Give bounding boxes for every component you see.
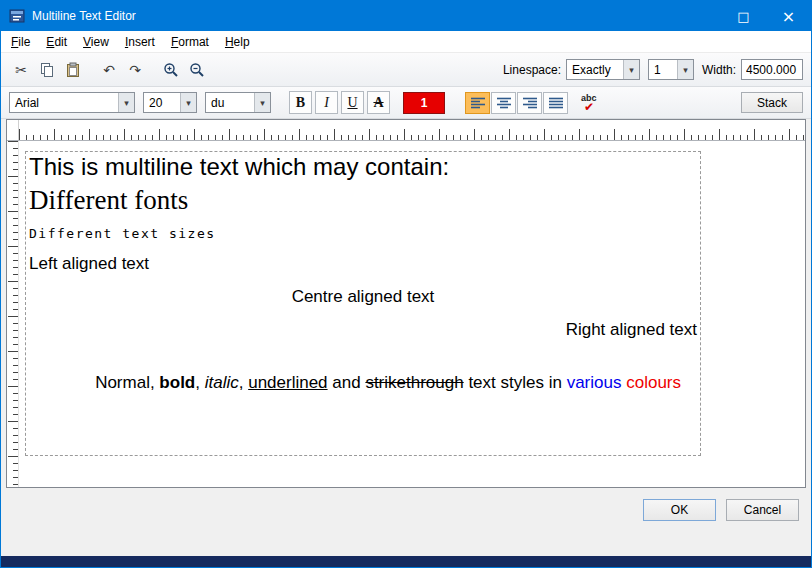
- width-label: Width:: [702, 63, 736, 77]
- text-colour-button[interactable]: 1: [403, 92, 445, 114]
- copy-icon: [39, 62, 55, 78]
- align-right-icon: [522, 96, 538, 110]
- text-line[interactable]: Different fonts: [29, 185, 697, 216]
- text-line[interactable]: Left aligned text: [29, 254, 697, 274]
- text-line[interactable]: Different text sizes: [29, 226, 697, 241]
- cut-icon: ✂: [15, 62, 27, 78]
- text-line[interactable]: Centre aligned text: [29, 287, 697, 307]
- chevron-down-icon[interactable]: ▾: [180, 93, 196, 112]
- menu-edit[interactable]: Edit: [38, 32, 75, 52]
- text-line[interactable]: This is multiline text which may contain…: [29, 153, 697, 181]
- text-canvas[interactable]: This is multiline text which may contain…: [19, 141, 805, 487]
- menu-bar: File Edit View Insert Format Help: [1, 31, 811, 53]
- spell-check-mark-icon: ✔: [584, 100, 594, 114]
- chevron-down-icon[interactable]: ▾: [623, 60, 639, 79]
- text-segment-italic: italic: [205, 373, 239, 392]
- text-segment-strikethrough: strikethrough: [365, 373, 463, 392]
- text-segment-blue: various: [567, 373, 622, 392]
- italic-button[interactable]: I: [315, 91, 338, 114]
- undo-icon: ↶: [103, 62, 115, 78]
- stack-button[interactable]: Stack: [741, 92, 803, 113]
- text-segment: text styles in: [464, 373, 567, 392]
- bold-button[interactable]: B: [289, 91, 312, 114]
- text-segment: Normal,: [95, 373, 159, 392]
- cancel-button[interactable]: Cancel: [726, 499, 799, 521]
- linespace-label: Linespace:: [503, 63, 561, 77]
- units-select[interactable]: du ▾: [205, 92, 271, 113]
- align-left-button[interactable]: [465, 92, 490, 114]
- underline-button[interactable]: U: [341, 91, 364, 114]
- align-justify-icon: [548, 96, 564, 110]
- ok-button[interactable]: OK: [643, 499, 716, 521]
- toolbar-formatting: Arial ▾ 20 ▾ du ▾ B I U A 1: [1, 87, 811, 119]
- chevron-down-icon[interactable]: ▾: [118, 93, 134, 112]
- menu-view[interactable]: View: [75, 32, 117, 52]
- maximize-button[interactable]: □: [721, 1, 766, 31]
- text-line-rich[interactable]: Normal, bold, italic, underlined and str…: [29, 353, 697, 413]
- app-icon: [9, 8, 25, 24]
- menu-insert[interactable]: Insert: [117, 32, 163, 52]
- chevron-down-icon[interactable]: ▾: [254, 93, 270, 112]
- units-value: du: [206, 96, 254, 110]
- editor-region: This is multiline text which may contain…: [1, 119, 811, 488]
- dialog-footer: OK Cancel: [1, 488, 811, 556]
- text-segment: ,: [239, 373, 248, 392]
- zoom-out-icon: [189, 62, 205, 78]
- linespace-value-select[interactable]: 1 ▾: [648, 59, 694, 80]
- toolbar-standard: ✂ ↶ ↷: [1, 53, 811, 87]
- window-title: Multiline Text Editor: [32, 9, 721, 23]
- horizontal-ruler[interactable]: [19, 120, 805, 140]
- text-segment-red: colours: [626, 373, 681, 392]
- align-right-button[interactable]: [517, 92, 542, 114]
- cut-button[interactable]: ✂: [9, 58, 33, 82]
- menu-help[interactable]: Help: [217, 32, 258, 52]
- multiline-text-editor-window: Multiline Text Editor □ × File Edit View…: [0, 0, 812, 568]
- linespace-mode-value: Exactly: [567, 63, 623, 77]
- zoom-in-button[interactable]: [159, 58, 183, 82]
- linespace-value: 1: [649, 63, 677, 77]
- menu-file[interactable]: File: [3, 32, 38, 52]
- caption-buttons: □ ×: [721, 1, 811, 31]
- text-line[interactable]: Right aligned text: [29, 320, 697, 340]
- text-segment-underlined: underlined: [248, 373, 327, 392]
- align-center-icon: [496, 96, 512, 110]
- editor-frame: This is multiline text which may contain…: [6, 119, 806, 488]
- spell-check-button[interactable]: abc ✔: [577, 91, 604, 115]
- text-selection-box[interactable]: This is multiline text which may contain…: [25, 151, 701, 456]
- paste-icon: [65, 62, 81, 78]
- menu-format[interactable]: Format: [163, 32, 217, 52]
- chevron-down-icon[interactable]: ▾: [677, 60, 693, 79]
- copy-button[interactable]: [35, 58, 59, 82]
- close-icon: ×: [782, 7, 795, 26]
- ruler-corner: [7, 120, 19, 140]
- text-segment: and: [328, 373, 366, 392]
- text-segment-bold: bold: [159, 373, 195, 392]
- font-family-value: Arial: [10, 96, 118, 110]
- zoom-out-button[interactable]: [185, 58, 209, 82]
- font-size-value: 20: [144, 96, 180, 110]
- text-segment: ,: [195, 373, 204, 392]
- align-left-icon: [470, 96, 486, 110]
- zoom-in-icon: [163, 62, 179, 78]
- align-justify-button[interactable]: [543, 92, 568, 114]
- width-input[interactable]: [741, 59, 803, 80]
- linespace-mode-select[interactable]: Exactly ▾: [566, 59, 640, 80]
- align-center-button[interactable]: [491, 92, 516, 114]
- vertical-ruler[interactable]: [7, 141, 19, 487]
- maximize-icon: □: [737, 9, 749, 24]
- paste-button[interactable]: [61, 58, 85, 82]
- redo-icon: ↷: [129, 62, 141, 78]
- strikethrough-button[interactable]: A: [367, 91, 390, 114]
- close-button[interactable]: ×: [766, 1, 811, 31]
- undo-button[interactable]: ↶: [97, 58, 121, 82]
- bottom-edge: [1, 556, 811, 568]
- titlebar[interactable]: Multiline Text Editor □ ×: [1, 1, 811, 31]
- font-size-select[interactable]: 20 ▾: [143, 92, 197, 113]
- redo-button[interactable]: ↷: [123, 58, 147, 82]
- font-family-select[interactable]: Arial ▾: [9, 92, 135, 113]
